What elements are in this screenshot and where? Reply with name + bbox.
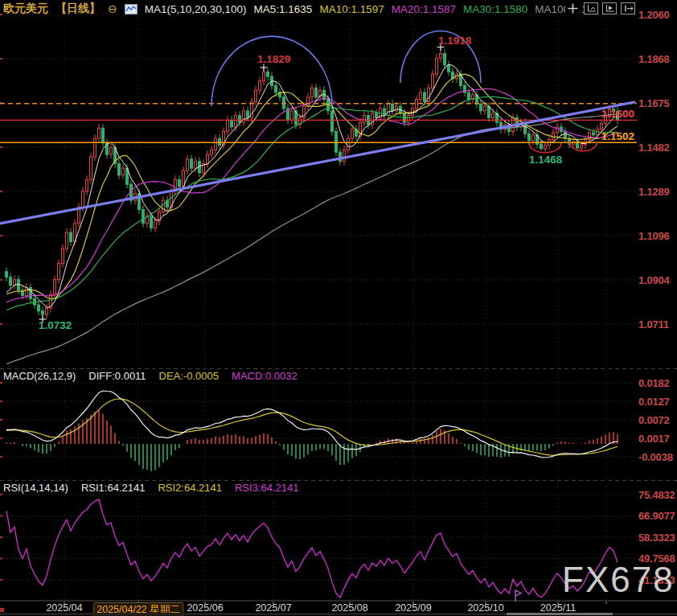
price-chart-canvas[interactable]: 1.16001.15021.18291.19181.07321.1468	[0, 0, 677, 616]
left-axis-tick	[0, 400, 2, 402]
chart-type-icon[interactable]	[125, 4, 137, 14]
candle-body	[528, 133, 531, 141]
ma20-line	[6, 88, 618, 302]
candle-body	[46, 308, 48, 314]
ma30-value: MA30:1.1580	[463, 3, 527, 15]
candle-body	[187, 159, 189, 170]
ma10-line	[6, 74, 618, 298]
left-axis-tick	[0, 191, 2, 192]
macd-label-row: MACD(26,12,9) DIFF:0.0011 DEA:-0.0005 MA…	[3, 370, 297, 382]
left-axis-tick	[0, 437, 2, 439]
rsi2-value: RSI2:64.2141	[158, 482, 222, 494]
candle-body	[392, 104, 394, 111]
price-annotation: 1.1829	[257, 53, 290, 65]
candle-body	[315, 88, 318, 97]
candle-body	[58, 264, 60, 280]
left-axis-tick	[0, 515, 2, 517]
x-axis-label: 2025/10	[467, 602, 503, 614]
ma10-value: MA10:1.1597	[319, 3, 384, 15]
target-icon[interactable]: ⊖	[108, 3, 117, 14]
candle-body	[484, 106, 486, 111]
scrollbar-thumb[interactable]	[507, 613, 613, 615]
candle-body	[6, 272, 8, 277]
candle-body	[388, 104, 390, 115]
y-axis-label: 1.1868	[638, 53, 670, 65]
ma-settings-label: MA1(5,10,20,30,100)	[145, 3, 247, 15]
chart-window: 1.16001.15021.18291.19181.07321.1468 欧元美…	[0, 0, 677, 616]
candle-body	[347, 138, 350, 150]
rsi-line	[6, 499, 618, 598]
candle-body	[211, 150, 213, 154]
candle-body	[10, 277, 12, 285]
left-axis-tick	[0, 146, 2, 148]
candle-body	[38, 305, 40, 311]
candle-body	[18, 280, 20, 290]
macd-dea-value: DEA:-0.0005	[159, 370, 219, 382]
candle-body	[235, 116, 237, 127]
rsi1-value: RSI1:64.2141	[81, 482, 146, 494]
scale-axis-icon[interactable]	[584, 2, 598, 14]
left-axis-tick	[0, 456, 2, 458]
y-axis-label: -0.0038	[638, 451, 673, 463]
exit-chart-icon[interactable]	[621, 2, 635, 14]
y-axis-label: 58.3323	[638, 532, 675, 544]
ma5-value: MA5:1.1635	[254, 3, 313, 15]
x-axis-label: 2025/07	[255, 602, 291, 614]
left-axis-tick	[0, 419, 2, 421]
candle-body	[30, 288, 32, 299]
y-axis-label: 0.0072	[638, 414, 670, 426]
dome-arc-annotation	[211, 36, 332, 106]
candle-body	[142, 210, 145, 224]
candle-body	[102, 128, 105, 143]
chart-header: 欧元美元【日线】 ⊖ MA1(5,10,20,30,100) MA5:1.163…	[0, 0, 593, 18]
candle-body	[150, 216, 153, 228]
candle-body	[343, 150, 346, 161]
playback-icon[interactable]	[602, 2, 617, 14]
x-axis-label: 2025/08	[331, 602, 367, 614]
candle-body	[98, 128, 101, 138]
candle-body	[564, 132, 567, 139]
candle-body	[351, 129, 354, 138]
price-annotation: 1.1468	[529, 154, 563, 166]
event-flag-icon[interactable]	[512, 586, 523, 602]
candle-body	[420, 92, 422, 100]
candle-body	[408, 116, 410, 123]
price-annotation: 1.0732	[39, 319, 72, 331]
price-level-label: 1.1600	[601, 108, 634, 120]
candle-body	[66, 232, 68, 248]
candle-body	[375, 113, 378, 118]
candle-body	[363, 116, 366, 123]
candle-body	[239, 116, 241, 123]
left-axis-tick	[0, 382, 2, 384]
pan-icon[interactable]	[565, 2, 580, 14]
candle-body	[432, 74, 434, 88]
candle-body	[311, 88, 314, 97]
candle-body	[90, 157, 92, 180]
candle-body	[42, 311, 44, 315]
candle-body	[110, 148, 113, 155]
period-label[interactable]: 【日线】	[55, 2, 101, 16]
candle-body	[26, 288, 28, 296]
candle-body	[532, 135, 535, 141]
candle-body	[581, 145, 583, 148]
candle-body	[14, 280, 16, 285]
left-axis-tick	[0, 579, 2, 581]
candle-body	[178, 179, 181, 187]
axis-origin-marker	[0, 608, 4, 612]
candle-body	[601, 124, 603, 129]
candle-body	[416, 100, 418, 109]
candle-body	[593, 133, 595, 135]
rsi3-value: RSI3:64.2141	[235, 482, 299, 494]
candle-body	[436, 58, 438, 74]
candle-body	[251, 101, 253, 117]
candle-body	[54, 280, 56, 295]
left-axis-tick	[0, 558, 2, 560]
y-axis-label: 1.0711	[638, 318, 669, 331]
chart-toolbar	[565, 2, 635, 14]
candle-body	[267, 72, 269, 76]
left-axis-tick	[0, 279, 2, 281]
candle-body	[448, 65, 450, 72]
candle-body	[154, 221, 157, 228]
left-axis-tick	[0, 58, 2, 60]
price-level-label: 1.1502	[601, 130, 634, 142]
